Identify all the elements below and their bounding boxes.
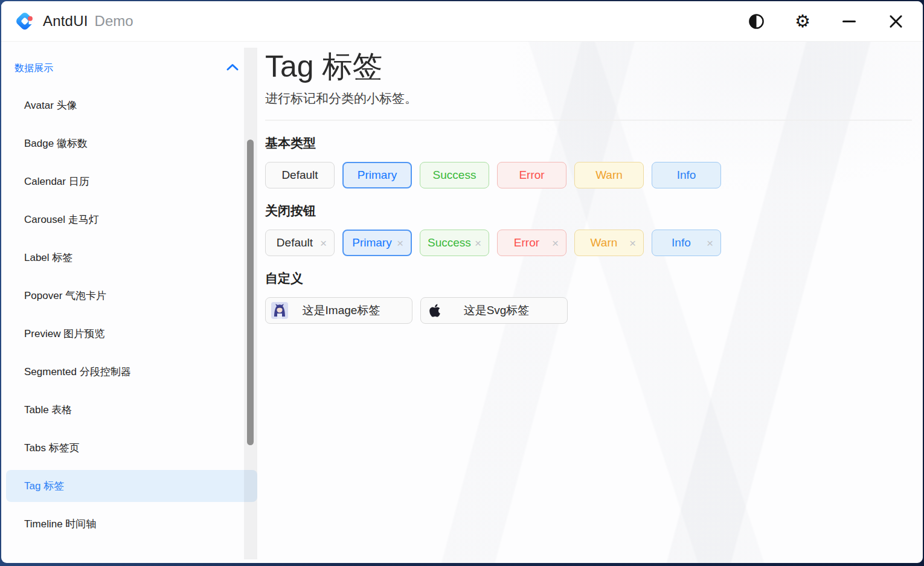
sidebar-item-tabs[interactable]: Tabs 标签页 <box>6 432 257 464</box>
tag-warn: Warn× <box>574 230 644 256</box>
sidebar-item-label: Carousel 走马灯 <box>24 213 99 227</box>
tag-primary: Primary <box>342 162 412 188</box>
sidebar-scrollbar-track[interactable] <box>244 48 257 559</box>
sidebar-item-label: Table 表格 <box>24 403 72 417</box>
theme-toggle-button[interactable] <box>747 12 765 30</box>
sidebar-item-label: Label 标签 <box>24 251 72 265</box>
sidebar-group-data-display[interactable]: 数据展示 <box>1 57 239 79</box>
tag-label: Error <box>519 169 544 182</box>
main-area: 数据展示 Avatar 头像Badge 徽标数Calendar 日历Carous… <box>1 42 923 563</box>
sidebar-item-tag[interactable]: Tag 标签 <box>6 470 257 502</box>
app-window: AntdUI Demo ⚙ <box>1 1 923 563</box>
sidebar-item-carousel[interactable]: Carousel 走马灯 <box>6 204 257 236</box>
tag-error: Error× <box>497 230 566 256</box>
tag-row: DefaultPrimarySuccessErrorWarnInfo <box>265 162 912 188</box>
avatar-image-icon <box>271 302 288 319</box>
tag-close-icon[interactable]: × <box>707 237 713 249</box>
close-icon <box>888 14 903 29</box>
minimize-icon <box>842 21 856 22</box>
sidebar-item-label: Tag 标签 <box>24 479 64 493</box>
tag-label: 这是Svg标签 <box>443 303 562 318</box>
sidebar-item-label: Timeline 时间轴 <box>24 517 96 531</box>
sidebar-item-label[interactable]: Label 标签 <box>6 242 257 274</box>
section-closable: 关闭按钮Default×Primary×Success×Error×Warn×I… <box>265 202 912 256</box>
section-heading: 自定义 <box>265 270 912 287</box>
sidebar-scrollbar-thumb[interactable] <box>247 140 254 445</box>
minimize-button[interactable] <box>840 12 858 30</box>
settings-button[interactable]: ⚙ <box>794 12 812 30</box>
app-title-suffix: Demo <box>95 13 133 30</box>
titlebar-actions: ⚙ <box>747 12 913 30</box>
sidebar-item-label: Tabs 标签页 <box>24 441 80 455</box>
section-basic: 基本类型DefaultPrimarySuccessErrorWarnInfo <box>265 135 912 188</box>
tag-label: Success <box>433 169 476 182</box>
tag-primary: Primary× <box>342 230 412 256</box>
gear-icon: ⚙ <box>795 13 810 30</box>
sidebar-item-calendar[interactable]: Calendar 日历 <box>6 166 257 198</box>
tag-close-icon[interactable]: × <box>552 237 559 249</box>
tag-label: Default <box>281 169 318 182</box>
half-filled-circle-icon <box>748 13 765 30</box>
tag-error: Error <box>497 162 566 188</box>
tag-close-icon[interactable]: × <box>475 237 481 249</box>
tag-info: Info× <box>652 230 721 256</box>
sidebar-item-label: Calendar 日历 <box>24 175 89 188</box>
page-title: Tag 标签 <box>265 49 912 85</box>
tag-label: Primary <box>358 169 397 182</box>
titlebar: AntdUI Demo ⚙ <box>1 1 923 42</box>
content: Tag 标签 进行标记和分类的小标签。 基本类型DefaultPrimarySu… <box>257 42 923 563</box>
close-button[interactable] <box>887 12 905 30</box>
tag-row: 这是Image标签这是Svg标签 <box>265 297 912 324</box>
app-title: AntdUI <box>43 13 88 30</box>
section-heading: 基本类型 <box>265 135 912 152</box>
custom-tag: 这是Image标签 <box>265 297 412 324</box>
sidebar-item-preview[interactable]: Preview 图片预览 <box>6 318 257 350</box>
tag-label: Default <box>269 236 320 249</box>
tag-default: Default <box>265 162 335 188</box>
sidebar-item-label: Popover 气泡卡片 <box>24 289 106 303</box>
sections: 基本类型DefaultPrimarySuccessErrorWarnInfo关闭… <box>265 135 912 324</box>
sidebar-item-label: Badge 徽标数 <box>24 137 88 150</box>
tag-label: Info <box>677 169 696 182</box>
section-heading: 关闭按钮 <box>265 202 912 219</box>
sidebar-item-avatar[interactable]: Avatar 头像 <box>6 89 257 121</box>
tag-label: Warn <box>595 169 623 182</box>
tag-label: Info <box>656 236 707 249</box>
sidebar-item-table[interactable]: Table 表格 <box>6 394 257 426</box>
desktop-background: AntdUI Demo ⚙ <box>0 0 924 566</box>
apple-logo-icon <box>426 302 443 319</box>
tag-label: Warn <box>579 236 629 249</box>
sidebar-item-timeline[interactable]: Timeline 时间轴 <box>6 508 257 540</box>
custom-tag: 这是Svg标签 <box>420 297 568 324</box>
tag-label: 这是Image标签 <box>288 303 406 318</box>
sidebar-group-label: 数据展示 <box>14 62 53 75</box>
sidebar-item-segmented[interactable]: Segmented 分段控制器 <box>6 356 257 388</box>
tag-info: Info <box>652 162 721 188</box>
sidebar: 数据展示 Avatar 头像Badge 徽标数Calendar 日历Carous… <box>1 42 257 563</box>
tag-row: Default×Primary×Success×Error×Warn×Info× <box>265 230 912 256</box>
tag-close-icon[interactable]: × <box>320 237 327 249</box>
sidebar-item-popover[interactable]: Popover 气泡卡片 <box>6 280 257 312</box>
divider <box>265 120 912 121</box>
chevron-up-icon <box>226 63 239 74</box>
tag-label: Success <box>424 236 475 249</box>
page-subtitle: 进行标记和分类的小标签。 <box>265 90 912 107</box>
tag-default: Default× <box>265 230 335 256</box>
tag-close-icon[interactable]: × <box>629 237 636 249</box>
tag-label: Error <box>501 236 552 249</box>
tag-success: Success× <box>420 230 489 256</box>
tag-close-icon[interactable]: × <box>397 237 403 249</box>
sidebar-item-label: Avatar 头像 <box>24 98 77 112</box>
sidebar-item-badge[interactable]: Badge 徽标数 <box>6 127 257 159</box>
sidebar-item-label: Preview 图片预览 <box>24 327 104 341</box>
sidebar-item-label: Segmented 分段控制器 <box>24 365 131 379</box>
app-logo-icon <box>14 11 35 31</box>
sidebar-menu: Avatar 头像Badge 徽标数Calendar 日历Carousel 走马… <box>1 89 257 540</box>
section-custom: 自定义这是Image标签这是Svg标签 <box>265 270 912 324</box>
tag-success: Success <box>420 162 489 188</box>
tag-warn: Warn <box>574 162 644 188</box>
tag-label: Primary <box>347 236 397 249</box>
